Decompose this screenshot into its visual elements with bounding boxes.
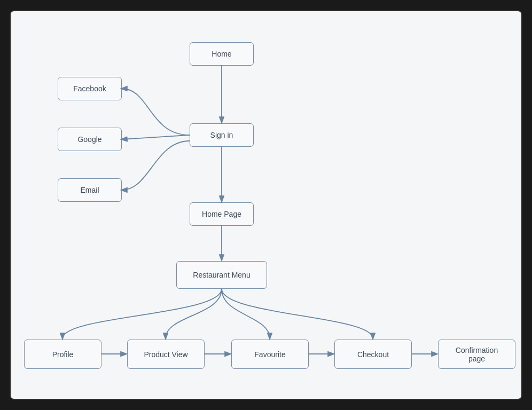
- node-signin: Sign in: [190, 123, 254, 147]
- svg-line-2: [122, 135, 190, 139]
- node-email: Email: [58, 178, 122, 202]
- node-productview: Product View: [127, 340, 205, 369]
- node-homepage: Home Page: [190, 202, 254, 226]
- node-profile: Profile: [24, 340, 101, 369]
- node-google: Google: [58, 128, 122, 151]
- diagram-canvas: Home Sign in Facebook Google Email Home …: [10, 10, 522, 400]
- node-confirmation: Confirmation page: [438, 340, 515, 369]
- node-facebook: Facebook: [58, 77, 122, 100]
- node-restaurant: Restaurant Menu: [176, 261, 267, 289]
- node-home: Home: [190, 42, 254, 66]
- node-favourite: Favourite: [231, 340, 309, 369]
- node-checkout: Checkout: [334, 340, 412, 369]
